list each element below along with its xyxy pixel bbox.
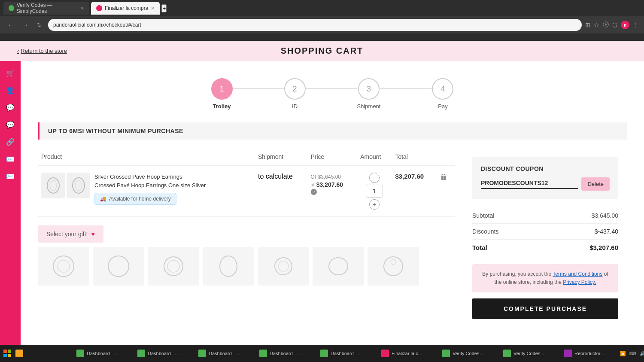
- price-at-text: at: [311, 182, 315, 187]
- product-images: [41, 173, 90, 198]
- price-prefix: Of: [311, 174, 316, 180]
- col-total: Total: [392, 148, 437, 166]
- sidebar-cart-icon[interactable]: 🛒: [3, 65, 18, 81]
- taskbar-icon-pandora: [381, 350, 389, 357]
- taskbar-item-explorer[interactable]: [11, 347, 71, 360]
- step-label-2: ID: [292, 103, 298, 110]
- complete-purchase-button[interactable]: COMPLETE PURCHASE: [472, 298, 618, 319]
- sidebar: 🛒 👤 💬 💬 🔗 ✉️ ✉️: [0, 61, 21, 362]
- taskbar-item-reproductor[interactable]: Reproductor ...: [560, 347, 620, 360]
- taskbar-item-pandora[interactable]: Finalizar la c...: [377, 347, 437, 360]
- nav-icons: ⊞ ☆ Ⓟ ⬡ n ⋮: [585, 21, 639, 29]
- taskbar-label-2: Dashboard - ...: [148, 351, 179, 356]
- taskbar-label-5: Dashboard - ...: [331, 351, 362, 356]
- step-circle-4[interactable]: 4: [432, 78, 453, 100]
- step-connector-3: [380, 88, 432, 89]
- sidebar-chat-icon[interactable]: 💬: [3, 117, 18, 132]
- privacy-link[interactable]: Privacy Policy.: [563, 279, 596, 285]
- taskbar-item-5[interactable]: Dashboard - ...: [316, 347, 376, 360]
- taskbar-start-button[interactable]: [3, 347, 11, 360]
- qty-input[interactable]: [366, 185, 383, 198]
- gift-item-4[interactable]: [203, 247, 254, 286]
- page-title: SHOPPING CART: [281, 46, 364, 56]
- price-original: $3,645.00: [318, 174, 341, 180]
- content-area: 🛒 👤 💬 💬 🔗 ✉️ ✉️ 1 Trolley: [0, 61, 644, 362]
- taskbar-label-verifycodes2: Verify Codes ...: [513, 351, 546, 356]
- new-tab-button[interactable]: +: [161, 4, 167, 12]
- right-panel: DISCOUNT COUPON PROMODESCOUNTS12 Delete …: [464, 148, 627, 328]
- svg-point-11: [278, 261, 289, 271]
- svg-rect-17: [3, 354, 7, 357]
- taskbar-volume-icon[interactable]: 🔊: [640, 351, 644, 356]
- tab-1[interactable]: Verify Codes — SimplyCodes ✕: [3, 2, 89, 15]
- taskbar-right: 🔼 ⌨ 🔊 ESP 9:21 p.m. 🔔: [620, 348, 644, 359]
- taskbar-icon-4: [259, 350, 267, 357]
- nav-avatar[interactable]: n: [621, 21, 629, 29]
- svg-point-1: [50, 180, 57, 191]
- nav-forward[interactable]: →: [20, 20, 31, 30]
- taskbar-item-verifycodes2[interactable]: Verify Codes ...: [499, 347, 559, 360]
- product-info: Silver Crossed Pavé Hoop Earrings Crosse…: [94, 173, 206, 205]
- coupon-code: PROMODESCOUNTS12: [481, 179, 578, 189]
- info-icon: ?: [311, 189, 317, 195]
- col-product: Product: [38, 148, 255, 166]
- sidebar-mail-icon[interactable]: ✉️: [3, 151, 18, 167]
- delete-coupon-button[interactable]: Delete: [581, 177, 610, 191]
- select-gift-button[interactable]: Select your gift! ♥: [38, 225, 103, 243]
- sidebar-whatsapp-icon[interactable]: 💬: [3, 100, 18, 115]
- sidebar-user-icon[interactable]: 👤: [3, 82, 18, 98]
- step-circle-1[interactable]: 1: [211, 78, 233, 100]
- nav-refresh[interactable]: ↻: [34, 20, 45, 30]
- sidebar-mail2-icon[interactable]: ✉️: [3, 168, 18, 184]
- taskbar-item-3[interactable]: Dashboard - ...: [194, 347, 254, 360]
- tab-close-2[interactable]: ✕: [151, 6, 155, 11]
- profile-icon[interactable]: Ⓟ: [603, 21, 609, 29]
- star-icon[interactable]: ☆: [594, 21, 599, 28]
- delete-item-btn[interactable]: 🗑: [440, 173, 448, 181]
- step-circle-2[interactable]: 2: [284, 78, 306, 100]
- address-bar[interactable]: pandoraoficial.com.mx/checkout/#/cart: [48, 19, 582, 31]
- cart-table: Product Shipment Price Amount Total: [38, 148, 455, 217]
- extension-icon[interactable]: ⬡: [612, 21, 617, 28]
- step-3: 3 Shipment: [357, 78, 381, 110]
- taskbar-icon-5: [320, 350, 328, 357]
- delivery-icon: 🚚: [100, 196, 106, 202]
- back-link[interactable]: ‹ Return to the store: [17, 48, 67, 54]
- qty-decrease-btn[interactable]: −: [369, 173, 380, 183]
- cart-left: Product Shipment Price Amount Total: [38, 148, 455, 328]
- tab-2[interactable]: Finalizar la compra ✕: [91, 2, 160, 15]
- sidebar-link-icon[interactable]: 🔗: [3, 134, 18, 149]
- tab-close-1[interactable]: ✕: [80, 6, 84, 11]
- svg-point-14: [391, 259, 396, 265]
- price-original-row: Of $3,645.00: [311, 173, 354, 180]
- taskbar-item-verifycodes1[interactable]: Verify Codes ...: [438, 347, 498, 360]
- nav-back[interactable]: ←: [5, 20, 16, 30]
- taskbar-item-1[interactable]: Dashboard - ...: [72, 347, 132, 360]
- col-amount: Amount: [357, 148, 392, 166]
- shipment-cell: to calculate: [255, 166, 307, 217]
- svg-point-3: [75, 180, 82, 191]
- browser-chrome: Verify Codes — SimplyCodes ✕ Finalizar l…: [0, 0, 644, 41]
- qty-increase-btn[interactable]: +: [369, 199, 380, 210]
- total-cell: $3,207.60: [392, 166, 437, 217]
- gift-item-7[interactable]: [368, 247, 419, 286]
- menu-icon[interactable]: ⋮: [633, 21, 639, 28]
- gift-item-1[interactable]: [38, 247, 89, 286]
- taskbar-label-pandora: Finalizar la c...: [392, 351, 422, 356]
- gift-item-5[interactable]: [258, 247, 309, 286]
- gift-item-6[interactable]: [313, 247, 364, 286]
- step-circle-3[interactable]: 3: [358, 78, 380, 100]
- table-row: Silver Crossed Pavé Hoop Earrings Crosse…: [38, 166, 455, 217]
- step-connector-2: [306, 88, 357, 89]
- taskbar-item-2[interactable]: Dashboard - ...: [133, 347, 193, 360]
- terms-link[interactable]: Terms and Conditions: [553, 271, 602, 277]
- taskbar-item-4[interactable]: Dashboard - ...: [255, 347, 315, 360]
- svg-point-5: [58, 260, 70, 272]
- translate-icon[interactable]: ⊞: [585, 21, 590, 28]
- taskbar-notification-icon[interactable]: 🔼: [620, 351, 626, 356]
- gift-item-3[interactable]: [148, 247, 199, 286]
- taskbar-keyboard-icon[interactable]: ⌨: [629, 351, 636, 356]
- taskbar-label-4: Dashboard - ...: [270, 351, 301, 356]
- gift-item-2[interactable]: [93, 247, 144, 286]
- back-arrow-icon: ‹: [17, 48, 19, 54]
